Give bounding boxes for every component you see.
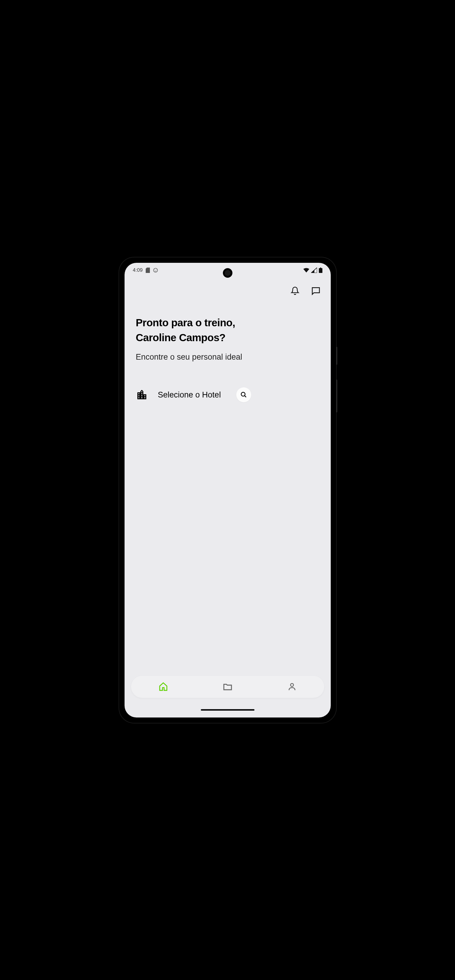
city-building-icon (136, 389, 148, 401)
main-content: Pronto para o treino, Caroline Campos? E… (124, 299, 331, 676)
power-button (336, 347, 337, 365)
chat-icon (311, 286, 321, 296)
search-icon (240, 391, 247, 398)
sd-card-icon (146, 267, 150, 273)
hotel-selector-label: Selecione o Hotel (158, 390, 221, 399)
bottom-nav (131, 676, 324, 698)
phone-inner: 4:09 (124, 263, 331, 718)
hotel-icon-wrap (136, 389, 148, 401)
search-button[interactable] (236, 387, 251, 402)
top-actions (124, 278, 331, 299)
person-icon (288, 682, 296, 691)
svg-point-1 (154, 269, 155, 270)
greeting-line-2: Caroline Campos? (136, 332, 226, 343)
nav-handle[interactable] (201, 709, 255, 711)
battery-icon (319, 267, 322, 273)
camera-notch (223, 268, 232, 278)
status-time: 4:09 (133, 267, 143, 273)
status-left: 4:09 (133, 267, 158, 273)
svg-point-7 (291, 683, 293, 686)
volume-button (336, 380, 337, 412)
svg-line-6 (245, 396, 246, 397)
svg-point-2 (156, 269, 156, 270)
phone-side-buttons (336, 347, 337, 421)
notifications-button[interactable] (290, 286, 300, 296)
greeting-title: Pronto para o treino, Caroline Campos? (136, 315, 320, 346)
bell-icon (291, 286, 299, 295)
phone-frame: 4:09 (119, 258, 336, 723)
hotel-selector[interactable]: Selecione o Hotel (136, 387, 320, 402)
greeting-subtitle: Encontre o seu personal ideal (136, 353, 320, 362)
screen: 4:09 (124, 263, 331, 718)
system-nav-indicator (124, 708, 331, 718)
nav-profile-button[interactable] (286, 681, 298, 693)
signal-icon (311, 267, 317, 273)
camera-lens (225, 270, 231, 276)
folder-icon (223, 682, 233, 692)
svg-rect-4 (320, 267, 321, 268)
nav-folder-button[interactable] (222, 681, 234, 693)
nav-home-button[interactable] (158, 681, 169, 693)
home-icon (159, 682, 168, 692)
face-icon (153, 267, 158, 273)
svg-point-5 (241, 392, 245, 396)
status-right (303, 267, 322, 273)
wifi-icon (303, 267, 309, 273)
greeting-line-1: Pronto para o treino, (136, 317, 235, 328)
messages-button[interactable] (311, 286, 321, 296)
svg-rect-3 (319, 268, 322, 273)
